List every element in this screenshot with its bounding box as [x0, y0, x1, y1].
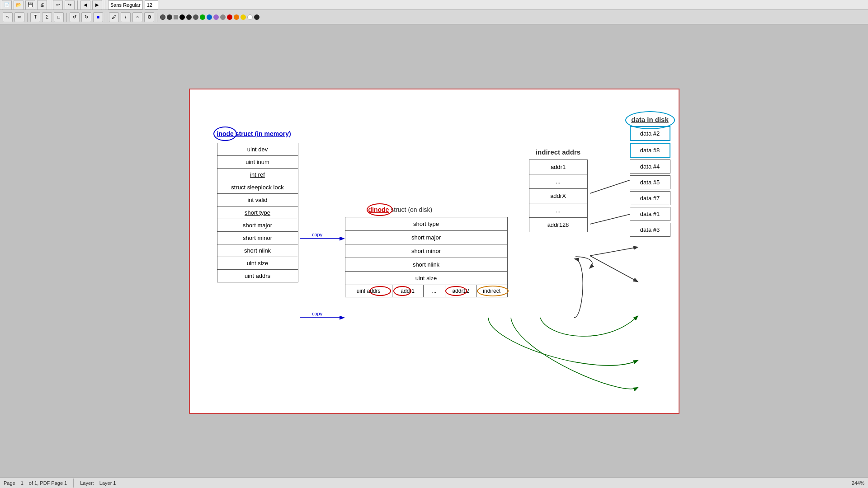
- indirect-addrs-section: indirect addrs addr1 ... addrX ... addr1…: [529, 148, 588, 232]
- toolbar-top: 📄 📂 💾 🖨 ↩ ↪ ◀ ▶ Sans Regular 12: [0, 0, 868, 10]
- dinode-row-major: short major: [345, 231, 507, 244]
- svg-line-7: [590, 256, 637, 282]
- data-disk-section: data in disk data #2 data #8 data #4 dat…: [630, 116, 670, 239]
- of-label: of 1, PDF Page 1: [29, 480, 67, 486]
- inode-field-inum: uint inum: [217, 156, 298, 169]
- inode-struct: uint dev uint inum int ref struct sleepl…: [217, 143, 298, 282]
- inode-field-ref: int ref: [217, 169, 298, 181]
- inode-field-addrs: uint addrs: [217, 270, 298, 282]
- undo-btn[interactable]: ↩: [53, 0, 63, 10]
- dinode-addr-cell-addr12: addr12: [445, 285, 476, 297]
- pen-tool[interactable]: 🖊: [109, 12, 119, 22]
- color-palette[interactable]: [160, 14, 259, 20]
- text-tool[interactable]: T: [30, 12, 40, 22]
- dinode-addr-cell-addr1: addr1: [392, 285, 424, 297]
- inode-field-lock: struct sleeplock lock: [217, 181, 298, 194]
- inode-field-major: short major: [217, 219, 298, 232]
- inode-row-size: uint size: [217, 257, 298, 270]
- inode-row-addrs: uint addrs: [217, 270, 298, 282]
- indirect-row-addrx: addrX: [529, 189, 587, 203]
- font-name[interactable]: Sans Regular: [108, 0, 143, 9]
- extra-tool[interactable]: ⚙: [144, 12, 154, 22]
- svg-text:copy: copy: [312, 232, 323, 237]
- inode-table: uint dev uint inum int ref struct sleepl…: [217, 143, 298, 282]
- dinode-table: short type short major short minor short…: [345, 217, 508, 285]
- inode-field-dev: uint dev: [217, 143, 298, 156]
- page-num[interactable]: 1: [21, 480, 24, 486]
- indirect-cell-addrx: addrX: [529, 189, 587, 203]
- inode-row-nlink: short nlink: [217, 244, 298, 257]
- layer-name[interactable]: Layer 1: [99, 480, 116, 486]
- dinode-row-nlink: short nlink: [345, 258, 507, 272]
- redo-btn[interactable]: ↪: [65, 0, 75, 10]
- rotate-left-tool[interactable]: ↺: [70, 12, 80, 22]
- indirect-addrs-title: indirect addrs: [529, 148, 588, 156]
- circle-tool[interactable]: ○: [132, 12, 142, 22]
- print-btn[interactable]: 🖨: [37, 0, 47, 10]
- inode-field-valid: int valid: [217, 194, 298, 206]
- inode-field-nlink: short nlink: [217, 244, 298, 257]
- layer-label: Layer:: [80, 480, 94, 486]
- dinode-field-size: uint size: [345, 272, 507, 285]
- dinode-title-text: dinode: [368, 206, 389, 213]
- page-label: Page: [4, 480, 15, 486]
- dinode-struct: short type short major short minor short…: [345, 217, 508, 297]
- indirect-cell-dots2: ...: [529, 203, 587, 218]
- formula-tool[interactable]: Σ: [42, 12, 52, 22]
- svg-text:copy: copy: [312, 311, 323, 316]
- fill-tool[interactable]: ■: [93, 12, 103, 22]
- dinode-title-suffix: struct (on disk): [391, 206, 432, 213]
- data-cell-8: data #8: [630, 143, 670, 158]
- data-cell-4: data #4: [630, 160, 670, 174]
- inode-row-inum: uint inum: [217, 156, 298, 169]
- dinode-row-size: uint size: [345, 272, 507, 285]
- prev-btn[interactable]: ◀: [80, 0, 90, 10]
- indirect-addrs-table: addr1 ... addrX ... addr128: [529, 160, 588, 232]
- dinode-title: dinode struct (on disk): [368, 206, 433, 213]
- inode-field-size: uint size: [217, 257, 298, 270]
- new-btn[interactable]: 📄: [2, 0, 12, 10]
- dinode-field-minor: short minor: [345, 244, 507, 258]
- dinode-addr-row: uint addrs addr1 ... addr12 indirect: [345, 285, 508, 297]
- toolbar-draw: ↖ ✏ T Σ □ ↺ ↻ ■ 🖊 / ○ ⚙: [0, 10, 868, 24]
- dinode-field-nlink: short nlink: [345, 258, 507, 272]
- edit-tool[interactable]: ✏: [14, 12, 24, 22]
- data-cell-7: data #7: [630, 191, 670, 205]
- indirect-cell-dots: ...: [529, 174, 587, 189]
- indirect-row-addr1: addr1: [529, 160, 587, 174]
- inode-field-minor: short minor: [217, 232, 298, 244]
- canvas-area: copy copy inode stru: [0, 25, 868, 477]
- save-btn[interactable]: 💾: [25, 0, 35, 10]
- inode-row-major: short major: [217, 219, 298, 232]
- inode-title-text: inode struct (in memory): [217, 130, 291, 137]
- inode-row-valid: int valid: [217, 194, 298, 206]
- rotate-right-tool[interactable]: ↻: [81, 12, 91, 22]
- dinode-addr-cell-dots: ...: [424, 285, 446, 297]
- data-cell-2: data #2: [630, 126, 670, 141]
- zoom-level: 244%: [852, 480, 864, 486]
- cursor-tool[interactable]: ↖: [3, 12, 13, 22]
- indirect-cell-addr128: addr128: [529, 218, 587, 232]
- line-tool[interactable]: /: [121, 12, 131, 22]
- indirect-row-dots2: ...: [529, 203, 587, 218]
- inode-row-minor: short minor: [217, 232, 298, 244]
- dinode-field-major: short major: [345, 231, 507, 244]
- inode-row-type: short type: [217, 206, 298, 219]
- next-btn[interactable]: ▶: [92, 0, 102, 10]
- indirect-cell-addr1: addr1: [529, 160, 587, 174]
- shape-tool[interactable]: □: [54, 12, 64, 22]
- dinode-row-type: short type: [345, 217, 507, 231]
- open-btn[interactable]: 📂: [14, 0, 24, 10]
- dinode-field-type: short type: [345, 217, 507, 231]
- drawing-canvas: copy copy inode stru: [189, 89, 679, 414]
- dinode-addr-cell-addrs: uint addrs: [345, 285, 392, 297]
- data-cell-5: data #5: [630, 175, 670, 189]
- svg-line-6: [590, 247, 637, 256]
- data-cell-1: data #1: [630, 207, 670, 221]
- inode-field-type: short type: [217, 206, 298, 219]
- status-bar: Page 1 of 1, PDF Page 1 Layer: Layer 1 2…: [0, 477, 868, 488]
- data-cell-3: data #3: [630, 223, 670, 237]
- font-size[interactable]: 12: [145, 0, 158, 9]
- inode-row-lock: struct sleeplock lock: [217, 181, 298, 194]
- inode-title: inode struct (in memory): [217, 130, 291, 137]
